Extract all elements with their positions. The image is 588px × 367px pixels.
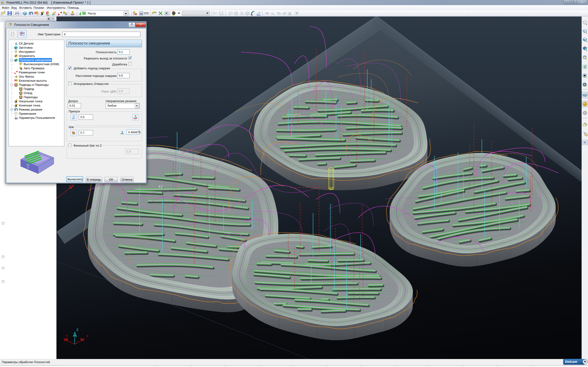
svg-text:Z: Z: [77, 328, 78, 332]
svg-text:Z: Z: [161, 185, 163, 188]
svg-text:Y: Y: [65, 334, 68, 338]
svg-text:X: X: [86, 334, 89, 338]
